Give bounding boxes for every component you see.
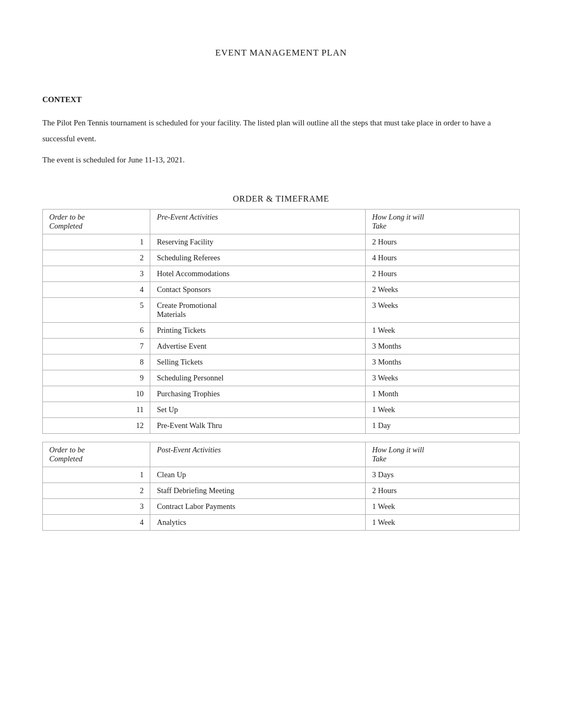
order-number: 4 [43,515,150,531]
activity: Reserving Facility [150,234,366,250]
table-row: 2 Scheduling Referees 4 Hours [43,250,520,266]
page-title: EVENT MANAGEMENT PLAN [42,48,520,58]
activity: Contact Sponsors [150,282,366,298]
activity: Set Up [150,402,366,418]
order-number: 3 [43,266,150,282]
activity: Printing Tickets [150,323,366,339]
order-number: 10 [43,386,150,402]
order-number: 3 [43,499,150,515]
order-number: 2 [43,250,150,266]
table-row: 2 Staff Debriefing Meeting 2 Hours [43,483,520,499]
post-header-col1: Order to beCompleted [43,442,150,467]
pre-event-header-row: Order to beCompleted Pre-Event Activitie… [43,210,520,234]
pre-header-col1: Order to beCompleted [43,210,150,234]
table-row: 4 Analytics 1 Week [43,515,520,531]
table-row: 9 Scheduling Personnel 3 Weeks [43,370,520,386]
activity: Clean Up [150,467,366,483]
table-row: 8 Selling Tickets 3 Months [43,354,520,370]
order-number: 1 [43,234,150,250]
time: 3 Months [366,354,520,370]
time: 1 Week [366,323,520,339]
time: 2 Hours [366,266,520,282]
context-paragraph1: The Pilot Pen Tennis tournament is sched… [42,115,520,147]
activity: Pre-Event Walk Thru [150,418,366,434]
activity: Scheduling Referees [150,250,366,266]
table-spacer [43,434,520,442]
time: 2 Hours [366,234,520,250]
activity: Scheduling Personnel [150,370,366,386]
activity: Advertise Event [150,339,366,354]
order-number: 2 [43,483,150,499]
time: 2 Hours [366,483,520,499]
table-row: 1 Reserving Facility 2 Hours [43,234,520,250]
activity: Staff Debriefing Meeting [150,483,366,499]
order-number: 1 [43,467,150,483]
activity: Contract Labor Payments [150,499,366,515]
pre-header-col2: Pre-Event Activities [150,210,366,234]
post-header-col3: How Long it willTake [366,442,520,467]
table-row: 4 Contact Sponsors 2 Weeks [43,282,520,298]
table-row: 10 Purchasing Trophies 1 Month [43,386,520,402]
time: 1 Week [366,402,520,418]
time: 3 Days [366,467,520,483]
order-number: 9 [43,370,150,386]
activity: Analytics [150,515,366,531]
table-row: 3 Hotel Accommodations 2 Hours [43,266,520,282]
order-number: 4 [43,282,150,298]
time: 1 Day [366,418,520,434]
table-title: ORDER & TIMEFRAME [42,194,520,204]
activity: Purchasing Trophies [150,386,366,402]
table-row: 12 Pre-Event Walk Thru 1 Day [43,418,520,434]
table-row: 5 Create PromotionalMaterials 3 Weeks [43,298,520,323]
order-number: 7 [43,339,150,354]
table-row: 7 Advertise Event 3 Months [43,339,520,354]
time: 1 Week [366,515,520,531]
table-row: 1 Clean Up 3 Days [43,467,520,483]
order-number: 6 [43,323,150,339]
post-event-header-row: Order to beCompleted Post-Event Activiti… [43,442,520,467]
time: 3 Weeks [366,370,520,386]
time: 1 Month [366,386,520,402]
activity: Create PromotionalMaterials [150,298,366,323]
time: 2 Weeks [366,282,520,298]
activity: Hotel Accommodations [150,266,366,282]
event-date: The event is scheduled for June 11-13, 2… [42,152,520,168]
table-row: 3 Contract Labor Payments 1 Week [43,499,520,515]
time: 4 Hours [366,250,520,266]
table-row: 11 Set Up 1 Week [43,402,520,418]
pre-header-col3: How Long it willTake [366,210,520,234]
order-number: 8 [43,354,150,370]
activity: Selling Tickets [150,354,366,370]
table-row: 6 Printing Tickets 1 Week [43,323,520,339]
order-number: 12 [43,418,150,434]
context-label: CONTEXT [42,95,520,104]
order-number: 11 [43,402,150,418]
order-number: 5 [43,298,150,323]
time: 1 Week [366,499,520,515]
post-header-col2: Post-Event Activities [150,442,366,467]
time: 3 Months [366,339,520,354]
order-timeframe-table: Order to beCompleted Pre-Event Activitie… [42,209,520,531]
time: 3 Weeks [366,298,520,323]
